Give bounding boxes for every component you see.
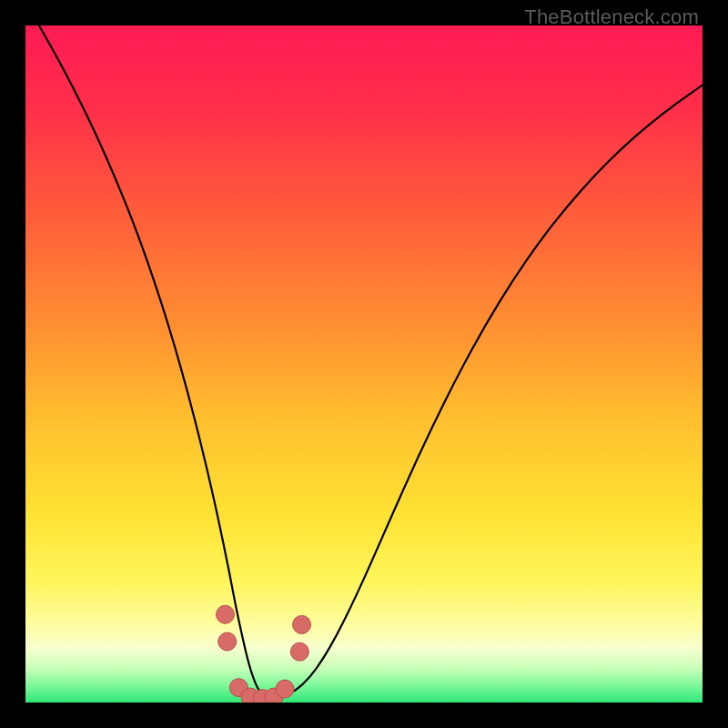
- data-marker: [293, 615, 311, 633]
- marker-group: [216, 605, 310, 703]
- chart-canvas: [25, 25, 703, 703]
- plot-area: [25, 25, 703, 703]
- data-marker: [276, 680, 294, 698]
- outer-frame: TheBottleneck.com: [0, 0, 728, 728]
- bottleneck-curve: [39, 25, 703, 698]
- data-marker: [218, 632, 237, 651]
- data-marker: [216, 605, 234, 623]
- data-marker: [290, 642, 308, 661]
